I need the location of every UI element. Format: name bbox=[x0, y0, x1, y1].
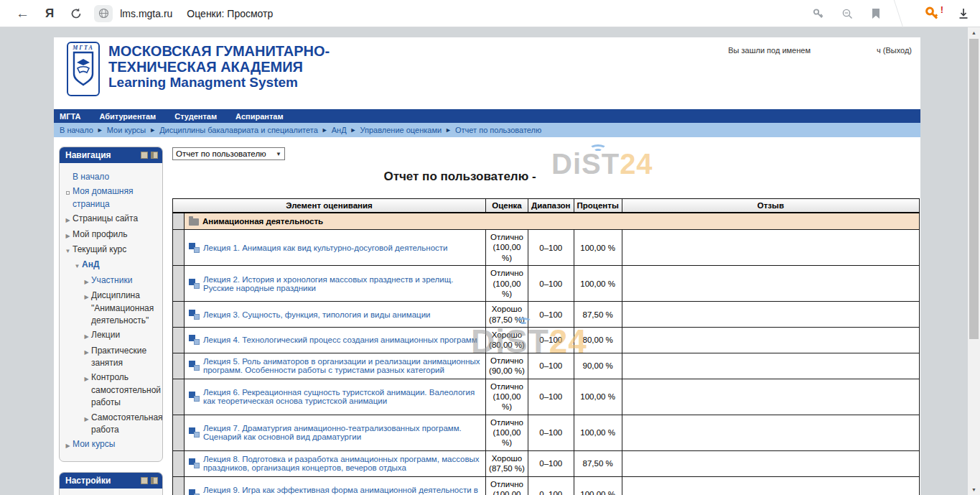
sidebar-item-current-course[interactable]: ▼Текущий курс bbox=[63, 244, 160, 256]
yandex-browser-icon[interactable]: Я bbox=[45, 7, 54, 19]
scroll-down-icon[interactable]: ▼ bbox=[968, 484, 980, 495]
breadcrumb-grade-admin[interactable]: Управление оценками bbox=[360, 126, 442, 134]
nav-item-aspirantam[interactable]: Аспирантам bbox=[235, 112, 283, 121]
col-header-percent: Проценты bbox=[574, 199, 622, 213]
table-row: Лекция 1. Анимация как вид культурно-дос… bbox=[173, 230, 920, 266]
feedback-cell bbox=[622, 450, 919, 476]
sidebar-item-my-courses[interactable]: ▶Мои курсы bbox=[63, 438, 160, 451]
chevron-down-icon: ▼ bbox=[65, 248, 71, 254]
academy-logo: МГТА bbox=[67, 42, 100, 96]
chevron-right-icon: ▶ bbox=[65, 233, 70, 239]
grade-item-link[interactable]: Лекция 4. Технологический процесс создан… bbox=[203, 336, 477, 344]
site-container: МГТА МОСКОВСКАЯ ГУМАНИТАРНО- ТЕХНИЧЕСКАЯ… bbox=[54, 37, 920, 495]
category-row: Анимационная деятельность bbox=[173, 213, 920, 230]
lesson-icon bbox=[189, 310, 200, 320]
block-dock-icon[interactable] bbox=[151, 152, 158, 159]
settings-block-title: Настройки bbox=[65, 476, 111, 486]
grade-item-link[interactable]: Лекция 9. Игра как эффективная форма ани… bbox=[203, 486, 481, 495]
nav-item-studentam[interactable]: Студентам bbox=[174, 112, 217, 121]
chevron-right-icon: ▶ bbox=[65, 443, 70, 449]
scrollbar-thumb[interactable] bbox=[969, 39, 979, 339]
page-background: ▲ ▼ МГТА МОСКОВСКАЯ ГУМАНИТАРНО- ТЕХНИЧЕ… bbox=[0, 27, 980, 495]
sidebar-item-site-pages[interactable]: ▶Страницы сайта bbox=[63, 213, 160, 226]
breadcrumb-course[interactable]: АнД bbox=[332, 126, 347, 134]
navigation-block-title: Навигация bbox=[65, 150, 111, 160]
url-text[interactable]: lms.mgta.ru bbox=[120, 8, 172, 19]
breadcrumb-user-report[interactable]: Отчет по пользователю bbox=[455, 126, 541, 134]
sidebar-item-lectures[interactable]: ▶Лекции bbox=[82, 329, 160, 342]
sidebar-item-home[interactable]: В начало bbox=[63, 171, 160, 183]
browser-toolbar: ← Я lms.mgta.ru Оценки: Просмотр ! bbox=[0, 0, 980, 27]
table-header-row: Элемент оценивания Оценка Диапазон Проце… bbox=[173, 199, 920, 213]
col-header-range: Диапазон bbox=[528, 199, 574, 213]
feedback-cell bbox=[622, 302, 919, 328]
grade-item-link[interactable]: Лекция 5. Роль аниматоров в организации … bbox=[203, 357, 481, 374]
grade-item-link[interactable]: Лекция 3. Сущность, функция, типология и… bbox=[203, 310, 431, 319]
navigation-block-header: Навигация bbox=[60, 147, 162, 163]
lesson-icon bbox=[189, 458, 200, 468]
sidebar-item-practice[interactable]: ▶Практические занятия bbox=[82, 345, 160, 370]
block-collapse-icon[interactable] bbox=[141, 477, 148, 484]
grade-item-link[interactable]: Лекция 1. Анимация как вид культурно-дос… bbox=[203, 244, 447, 252]
top-nav-bar: МГТА Абитуриентам Студентам Аспирантам bbox=[54, 109, 920, 123]
bookmark-icon[interactable] bbox=[871, 8, 881, 19]
block-dock-icon[interactable] bbox=[151, 477, 158, 484]
feedback-cell bbox=[622, 266, 919, 302]
password-key-icon[interactable] bbox=[812, 8, 824, 20]
zoom-search-icon[interactable] bbox=[841, 8, 854, 20]
sidebar-item-and-course[interactable]: ▼АнД bbox=[73, 259, 160, 272]
feedback-cell bbox=[622, 230, 919, 266]
chevron-right-icon: ▶ bbox=[84, 416, 88, 422]
nav-item-mgta[interactable]: МГТА bbox=[60, 112, 80, 121]
grade-report-table: Элемент оценивания Оценка Диапазон Проце… bbox=[172, 198, 920, 495]
site-title-line3: Learning Managment System bbox=[108, 75, 330, 91]
sidebar-item-discipline[interactable]: ▶Дисциплина "Анимационная деятельность" bbox=[82, 290, 160, 327]
back-icon[interactable]: ← bbox=[16, 6, 29, 20]
grade-item-link[interactable]: Лекция 7. Драматургия анимационно-театра… bbox=[203, 424, 481, 441]
breadcrumb-separator-icon: ► bbox=[322, 126, 328, 134]
col-header-feedback: Отзыв bbox=[622, 199, 919, 213]
nav-item-abiturientam[interactable]: Абитуриентам bbox=[99, 112, 156, 121]
protect-key-alert-icon[interactable]: ! bbox=[924, 6, 940, 22]
lesson-icon bbox=[189, 243, 200, 253]
sidebar-item-my-home[interactable]: Моя домашняя страница bbox=[63, 185, 160, 211]
logout-link[interactable]: ч (Выход) bbox=[877, 46, 912, 55]
site-title-line1: МОСКОВСКАЯ ГУМАНИТАРНО- bbox=[108, 43, 330, 59]
page-title: Отчет по пользователю - bbox=[172, 170, 747, 184]
chevron-right-icon: ▶ bbox=[84, 294, 88, 300]
chevron-right-icon: ▶ bbox=[84, 376, 88, 382]
sidebar: Навигация В начало Моя домашняя страница… bbox=[59, 147, 163, 495]
scroll-up-icon[interactable]: ▲ bbox=[968, 27, 980, 38]
address-bar[interactable]: lms.mgta.ru Оценки: Просмотр bbox=[94, 5, 273, 22]
col-header-grade: Оценка bbox=[486, 199, 528, 213]
block-collapse-icon[interactable] bbox=[141, 152, 148, 159]
breadcrumb-separator-icon: ► bbox=[445, 126, 452, 134]
main-content: Отчет по пользователю ▼ Отчет по пользов… bbox=[172, 147, 920, 495]
sidebar-item-participants[interactable]: ▶Участники bbox=[82, 274, 160, 287]
sidebar-item-my-profile[interactable]: ▶Мой профиль bbox=[63, 228, 160, 241]
tab-title-text: Оценки: Просмотр bbox=[187, 8, 273, 19]
square-bullet-icon bbox=[66, 191, 70, 195]
breadcrumb-disciplines[interactable]: Дисциплины бакалавриата и специалитета bbox=[159, 126, 318, 134]
grade-item-link[interactable]: Лекция 2. История и хронология массовых … bbox=[203, 275, 481, 292]
refresh-icon[interactable] bbox=[70, 7, 83, 20]
login-info: Вы зашли под именемч (Выход) bbox=[728, 46, 912, 55]
col-header-item: Элемент оценивания bbox=[173, 199, 486, 213]
category-name: Анимационная деятельность bbox=[202, 217, 323, 226]
report-type-value: Отчет по пользователю bbox=[176, 149, 266, 158]
wifi-arcs-icon bbox=[589, 142, 607, 153]
breadcrumb-my-courses[interactable]: Мои курсы bbox=[107, 126, 146, 134]
grade-item-link[interactable]: Лекция 6. Рекреационная сущность туристс… bbox=[203, 388, 481, 405]
downloads-icon[interactable] bbox=[957, 7, 970, 20]
grade-item-link[interactable]: Лекция 8. Подготовка и разработка анимац… bbox=[203, 455, 481, 472]
sidebar-item-selfwork-control[interactable]: ▶Контроль самостоятельной работы bbox=[82, 371, 160, 409]
site-header: МГТА МОСКОВСКАЯ ГУМАНИТАРНО- ТЕХНИЧЕСКАЯ… bbox=[54, 37, 920, 109]
lesson-icon bbox=[189, 279, 200, 289]
sidebar-item-selfwork[interactable]: ▶Самостоятельная работа bbox=[82, 412, 160, 437]
feedback-cell bbox=[622, 328, 919, 353]
vertical-scrollbar[interactable]: ▲ ▼ bbox=[968, 27, 980, 495]
site-title-block: МОСКОВСКАЯ ГУМАНИТАРНО- ТЕХНИЧЕСКАЯ АКАД… bbox=[108, 43, 330, 91]
breadcrumb-home[interactable]: В начало bbox=[60, 126, 93, 134]
feedback-cell bbox=[622, 379, 919, 415]
report-type-select[interactable]: Отчет по пользователю ▼ bbox=[172, 147, 285, 160]
